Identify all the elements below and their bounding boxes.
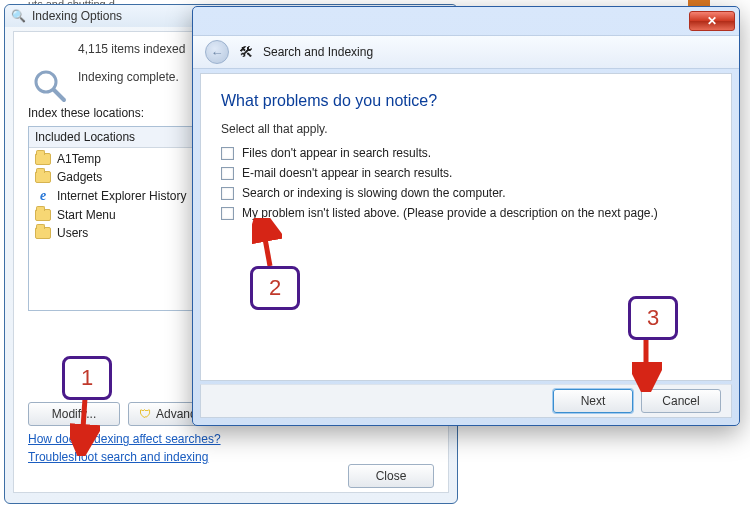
checkbox[interactable] [221,187,234,200]
magnifier-icon [32,68,68,104]
next-button-label: Next [581,394,606,408]
back-button[interactable]: ← [205,40,229,64]
next-button[interactable]: Next [553,389,633,413]
close-button[interactable]: Close [348,464,434,488]
option-email-dont-appear[interactable]: E-mail doesn't appear in search results. [221,166,711,180]
option-label: E-mail doesn't appear in search results. [242,166,452,180]
annotation-2: 2 [250,266,300,310]
svg-line-1 [54,90,64,100]
troubleshooter-header-title: Search and Indexing [263,45,373,59]
troubleshooter-titlebar[interactable]: ✕ [193,7,739,35]
search-icon: 🔍 [11,9,26,23]
checkbox[interactable] [221,147,234,160]
troubleshooter-question: What problems do you notice? [201,74,731,112]
folder-icon [35,153,51,165]
svg-line-2 [82,398,85,444]
option-files-dont-appear[interactable]: Files don't appear in search results. [221,146,711,160]
close-button-label: Close [376,469,407,483]
folder-icon [35,227,51,239]
list-item-label: Users [57,226,88,240]
list-item-label: Start Menu [57,208,116,222]
annotation-arrow-2 [252,218,282,268]
option-label: Files don't appear in search results. [242,146,431,160]
option-label: My problem isn't listed above. (Please p… [242,206,658,220]
how-does-indexing-link[interactable]: How does indexing affect searches? [28,432,221,446]
folder-icon [35,171,51,183]
annotation-3: 3 [628,296,678,340]
shield-icon: 🛡 [139,407,151,421]
option-slowing-down[interactable]: Search or indexing is slowing down the c… [221,186,711,200]
cancel-button[interactable]: Cancel [641,389,721,413]
window-close-button[interactable]: ✕ [689,11,735,31]
troubleshooter-options: Files don't appear in search results. E-… [201,142,731,224]
troubleshoot-link[interactable]: Troubleshoot search and indexing [28,450,221,464]
ie-icon: e [35,188,51,204]
folder-icon [35,209,51,221]
list-item-label: Internet Explorer History [57,189,186,203]
annotation-1: 1 [62,356,112,400]
indexing-options-title: Indexing Options [32,9,122,23]
checkbox[interactable] [221,167,234,180]
list-item-label: Gadgets [57,170,102,184]
option-not-listed[interactable]: My problem isn't listed above. (Please p… [221,206,711,220]
option-label: Search or indexing is slowing down the c… [242,186,505,200]
checkbox[interactable] [221,207,234,220]
screwdriver-icon: 🛠 [239,44,253,60]
annotation-arrow-3 [632,336,662,392]
svg-line-3 [262,222,270,266]
troubleshooter-header: ← 🛠 Search and Indexing [193,35,739,69]
cancel-button-label: Cancel [662,394,699,408]
annotation-arrow-1 [70,396,100,456]
list-item-label: A1Temp [57,152,101,166]
troubleshooter-subtext: Select all that apply. [201,112,731,142]
